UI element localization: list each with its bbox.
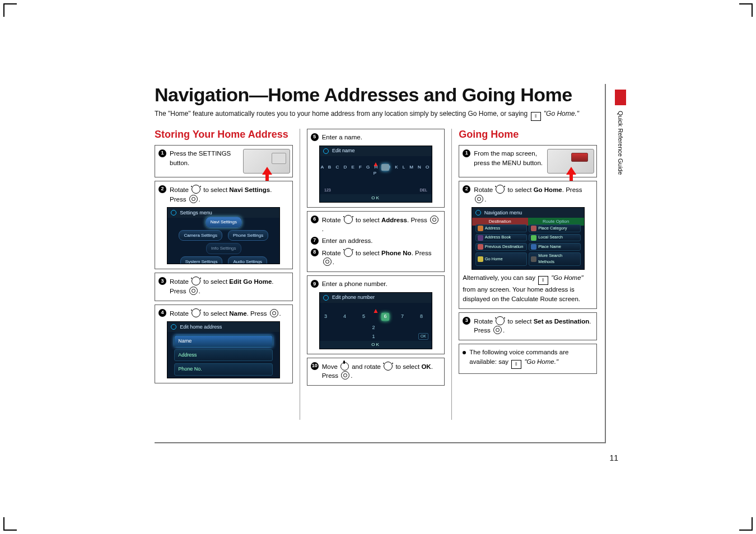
screenshot-nav-menu: Navigation menu Destination Route Option…: [472, 207, 585, 270]
step-2: 2 Rotate to select Navi Settings. Press …: [155, 181, 293, 269]
intro-text-b: "Go Home.": [542, 110, 580, 118]
t: Address: [381, 217, 407, 223]
t: Rotate: [170, 278, 190, 285]
t: .: [199, 288, 200, 294]
intro-paragraph: The "Home" feature automatically routes …: [155, 109, 597, 121]
shot-title: Edit name: [332, 147, 355, 154]
field-address: Address: [174, 349, 273, 361]
col-divider-1: [300, 129, 300, 420]
t: to select: [202, 310, 229, 317]
shot-title: Edit home address: [180, 324, 222, 331]
t: .: [199, 196, 200, 203]
t: to select: [394, 363, 421, 370]
dial-icon: [496, 316, 505, 325]
column-storing: Storing Your Home Address 1 Press the SE…: [155, 129, 293, 420]
t: to select: [202, 278, 229, 285]
screenshot-edit-phone: Edit phone number ▲ 3 4 5 6 7 8 2 9 1 0 …: [319, 292, 432, 349]
t: .: [333, 259, 334, 265]
t: Rotate: [322, 217, 343, 223]
t: Phone No: [381, 250, 412, 256]
column-storing-cont: 5 Enter a name. Edit name ▲ A B C D E F …: [307, 129, 445, 420]
step-4: 4 Rotate to select Name. Press . Edit ho…: [155, 305, 293, 384]
t: Move: [322, 363, 339, 370]
shot-title: Navigation menu: [484, 209, 522, 217]
heading-going-home: Going Home: [459, 129, 597, 140]
bullet-gh3: 3: [463, 317, 470, 325]
press-icon: [189, 287, 198, 295]
t: Rotate: [170, 310, 190, 317]
t: "Go Home.": [522, 358, 558, 365]
red-tab-marker: [615, 90, 626, 105]
t: .: [322, 226, 324, 232]
step1-text: Press the SETTINGS button.: [170, 150, 231, 166]
t: to select: [506, 318, 533, 325]
bullet-gh1: 1: [463, 149, 470, 157]
press-icon: [323, 257, 332, 266]
dial-icon: [192, 308, 200, 317]
t: to select: [202, 186, 229, 193]
t: .: [503, 327, 505, 334]
bullet-9: 9: [311, 280, 319, 288]
t: . Press: [407, 217, 429, 223]
press-icon: [189, 195, 198, 203]
mode-123: 123: [324, 188, 331, 193]
side-tab: Quick Reference Guide: [592, 90, 626, 175]
t: Rotate: [322, 250, 343, 256]
dial-icon: [496, 185, 505, 194]
t: Rotate: [474, 186, 494, 193]
bullet-dot: [463, 351, 466, 354]
menu-item-navi: Navi Settings: [206, 217, 242, 228]
letter-arc: A B C D E F G H I J K L M N O P: [320, 164, 432, 177]
arrow-down-icon: ▼: [174, 378, 273, 379]
voice-icon: ⦀: [531, 112, 541, 121]
voice-icon: ⦀: [538, 276, 548, 285]
press-icon: [341, 371, 349, 380]
page-title: Navigation—Home Addresses and Going Home: [155, 84, 597, 106]
t: Local Search: [538, 235, 563, 241]
t: Name: [229, 310, 246, 317]
press-icon: [493, 326, 502, 334]
bullet-2: 2: [158, 185, 166, 193]
t: More Search Methods: [538, 253, 578, 265]
menu-button-graphic: [547, 149, 593, 172]
field-phone: Phone No.: [174, 363, 273, 375]
step-9: 9 Enter a phone number. Edit phone numbe…: [307, 275, 445, 354]
side-tab-label: Quick Reference Guide: [617, 111, 624, 175]
bullet-1: 1: [158, 149, 166, 157]
t: Navi Settings: [229, 186, 270, 193]
bullet-3: 3: [158, 277, 166, 285]
gh-step-3: 3 Rotate to select Set as Destination. P…: [459, 312, 597, 340]
t: to select: [354, 250, 381, 256]
menu-item-camera: Camera Settings: [179, 230, 222, 241]
press-icon: [475, 195, 483, 203]
t: Address: [485, 226, 501, 232]
alternative-text: Alternatively, you can say ⦀ "Go Home" f…: [463, 273, 593, 303]
t: Edit Go Home: [229, 278, 272, 285]
column-going-home: Going Home 1 From the map screen, press …: [459, 129, 597, 420]
t: Go Home: [485, 256, 503, 263]
step-3: 3 Rotate to select Edit Go Home. Press .: [155, 273, 293, 301]
manual-page: Navigation—Home Addresses and Going Home…: [155, 84, 606, 443]
letter-highlight: [381, 164, 389, 171]
bullet-8: 8: [311, 249, 319, 256]
t: and rotate: [350, 363, 382, 370]
bullet-10: 10: [311, 362, 319, 370]
col-divider-2: [451, 129, 452, 420]
t: Enter a name.: [322, 134, 362, 140]
heading-storing: Storing Your Home Address: [155, 129, 293, 140]
t: OK: [421, 363, 431, 370]
menu-item-phone: Phone Settings: [228, 230, 268, 241]
t: Rotate: [170, 186, 190, 193]
bullet-gh2: 2: [463, 185, 470, 193]
t: .: [484, 196, 486, 203]
t: .: [351, 372, 352, 379]
press-icon: [430, 216, 438, 224]
t: Place Category: [538, 226, 567, 232]
step-6-7-8: 6 Rotate to select Address. Press . 7 En…: [307, 211, 445, 272]
ok-bar: OK: [320, 341, 432, 349]
bullet-4: 4: [158, 309, 166, 317]
press-icon: [270, 309, 278, 317]
joystick-icon: [340, 362, 349, 371]
t: . Press: [247, 310, 269, 317]
field-name: Name: [174, 335, 273, 347]
